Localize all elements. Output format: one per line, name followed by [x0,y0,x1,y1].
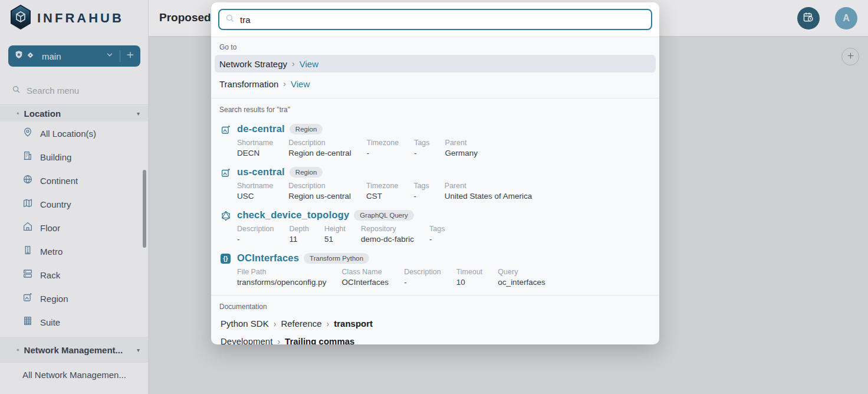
graphql-icon [221,209,232,244]
result-title[interactable]: us-central [237,166,285,178]
result-title[interactable]: check_device_topology [237,209,349,221]
search-result-de-central[interactable]: de-central Region ShortnameDECN Descript… [211,117,659,160]
view-link[interactable]: View [300,59,318,69]
chevron-right-icon: › [277,337,280,345]
global-search-modal: Go to Network Strategy › View Transforma… [211,2,659,344]
doc-link-trailing-commas[interactable]: Development › Trailing commas [211,329,659,344]
chevron-right-icon: › [274,319,277,329]
chevron-right-icon: › [327,319,330,329]
result-kind-badge: Region [290,124,323,134]
documentation-section-label: Documentation [219,303,651,311]
goto-section-label: Go to [219,43,651,51]
global-search-input-wrap[interactable] [218,9,652,30]
search-icon [225,14,235,25]
goto-row-network-strategy[interactable]: Network Strategy › View [215,55,656,73]
region-image-icon [221,166,232,201]
region-image-icon [221,123,232,158]
chevron-right-icon: › [292,59,295,68]
search-result-us-central[interactable]: us-central Region ShortnameUSC Descripti… [211,160,659,203]
result-title[interactable]: de-central [237,123,285,134]
search-result-check-device-topology[interactable]: check_device_topology GraphQL Query Desc… [211,203,659,247]
doc-link-transport[interactable]: Python SDK › Reference › transport [211,311,659,329]
result-kind-badge: Transform Python [304,253,369,264]
chevron-right-icon: › [283,79,286,88]
result-kind-badge: GraphQL Query [354,210,413,221]
global-search-input[interactable] [240,15,645,25]
result-title[interactable]: OCInterfaces [237,252,299,264]
search-result-ocinterfaces[interactable]: {} OCInterfaces Transform Python File Pa… [211,247,659,290]
view-link[interactable]: View [291,79,310,89]
transform-python-icon: {} [221,252,232,287]
result-kind-badge: Region [290,167,323,178]
goto-row-transformation[interactable]: Transformation › View [215,75,656,93]
results-section-label: Search results for "tra" [219,106,651,114]
